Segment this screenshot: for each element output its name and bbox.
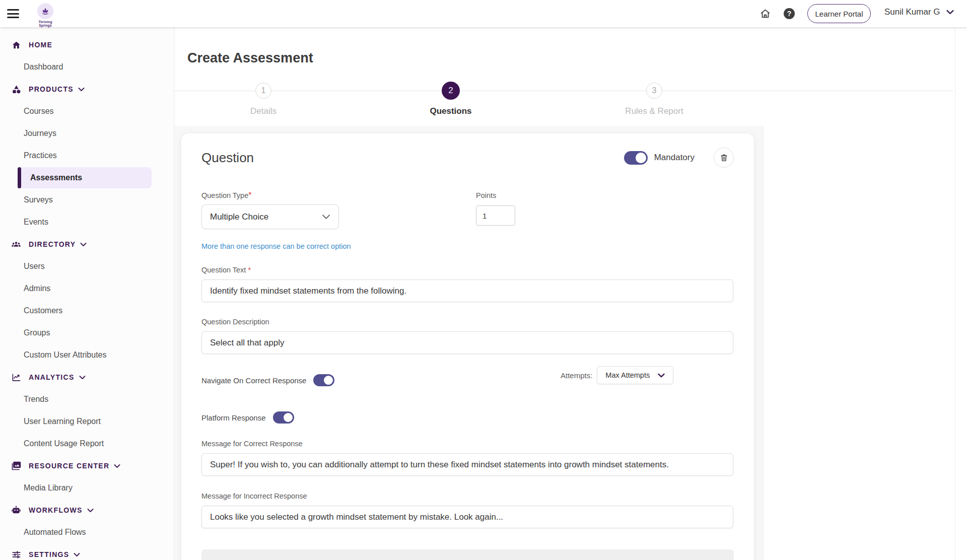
incorrect-message-label: Message for Incorrect Response (201, 492, 307, 500)
sidebar-item-content-usage-report[interactable]: Content Usage Report (0, 433, 174, 455)
mandatory-label: Mandatory (654, 153, 695, 163)
correct-message-input[interactable] (201, 453, 733, 476)
step-3-label[interactable]: Rules & Report (589, 106, 720, 116)
user-menu[interactable]: Sunil Kumar G (884, 7, 954, 17)
sidebar-item-groups[interactable]: Groups (0, 322, 174, 344)
points-label: Points (476, 191, 496, 199)
sidebar-section-settings[interactable]: SETTINGS (0, 543, 174, 560)
sidebar-section-workflows[interactable]: WORKFLOWS (0, 499, 174, 521)
incorrect-message-input[interactable] (201, 506, 733, 528)
points-input[interactable] (476, 205, 515, 226)
step-2-label[interactable]: Questions (385, 106, 516, 116)
sidebar-item-courses[interactable]: Courses (0, 100, 174, 122)
products-icon (11, 84, 21, 94)
sidebar: HOME Dashboard PRODUCTS Courses Journeys… (0, 27, 174, 560)
media-icon (11, 461, 21, 471)
chevron-down-icon (946, 10, 954, 15)
help-icon[interactable]: ? (784, 8, 795, 19)
multi-response-note-link[interactable]: More than one response can be correct op… (201, 242, 351, 250)
navigate-toggle-label: Navigate On Correct Response (201, 376, 306, 385)
attempts-select[interactable]: Max Attempts (597, 366, 673, 384)
directory-icon (11, 239, 21, 249)
house-icon (11, 40, 21, 50)
sidebar-section-home[interactable]: HOME (0, 34, 174, 56)
logo-text: Thriving Springs (33, 20, 57, 27)
trash-icon (720, 153, 728, 162)
question-description-input[interactable] (201, 331, 733, 354)
user-name: Sunil Kumar G (884, 7, 940, 17)
step-2-circle[interactable]: 2 (442, 82, 460, 100)
sidebar-item-admins[interactable]: Admins (0, 277, 174, 300)
screen: Thriving Springs ? Learner Portal Sunil … (0, 0, 967, 560)
chevron-down-icon (87, 508, 94, 513)
home-icon[interactable] (759, 8, 771, 19)
question-card: Question Mandatory Question Type* Multip… (181, 133, 754, 560)
chevron-down-icon (114, 464, 120, 468)
sidebar-item-practices[interactable]: Practices (0, 145, 174, 167)
step-1-label[interactable]: Details (198, 106, 329, 116)
page-title: Create Assessment (187, 50, 313, 66)
navigate-on-correct-toggle[interactable] (313, 374, 334, 386)
lotus-icon (37, 3, 53, 19)
chevron-down-icon (322, 214, 330, 220)
platform-response-toggle[interactable] (273, 411, 294, 424)
delete-question-button[interactable] (714, 148, 734, 168)
mandatory-toggle[interactable] (624, 151, 648, 165)
question-type-select[interactable]: Multiple Choice (201, 204, 339, 229)
correct-message-label: Message for Correct Response (201, 440, 303, 448)
sidebar-item-custom-user-attributes[interactable]: Custom User Attributes (0, 344, 174, 366)
question-text-input[interactable] (201, 279, 733, 302)
question-type-label: Question Type (201, 191, 248, 199)
sidebar-item-trends[interactable]: Trends (0, 388, 174, 410)
sidebar-item-journeys[interactable]: Journeys (0, 122, 174, 145)
step-1-circle[interactable]: 1 (255, 83, 271, 99)
scrollbar-track[interactable] (955, 27, 955, 560)
question-heading: Question (201, 150, 254, 166)
app-logo[interactable]: Thriving Springs (33, 2, 57, 27)
sidebar-item-customers[interactable]: Customers (0, 300, 174, 322)
platform-toggle-label: Platform Response (201, 413, 266, 422)
sidebar-item-dashboard[interactable]: Dashboard (0, 56, 174, 78)
chevron-down-icon (80, 242, 87, 247)
chevron-down-icon (658, 373, 665, 378)
sidebar-item-events[interactable]: Events (0, 211, 174, 233)
chevron-down-icon (74, 552, 80, 557)
sidebar-item-user-learning-report[interactable]: User Learning Report (0, 410, 174, 433)
sidebar-item-automated-flows[interactable]: Automated Flows (0, 521, 174, 543)
chevron-down-icon (78, 87, 85, 92)
options-section-header (201, 549, 734, 560)
sidebar-item-surveys[interactable]: Surveys (0, 189, 174, 211)
sidebar-section-resource-center[interactable]: RESOURCE CENTER (0, 455, 174, 477)
question-description-label: Question Description (201, 318, 269, 326)
learner-portal-button[interactable]: Learner Portal (807, 4, 871, 23)
sidebar-item-media-library[interactable]: Media Library (0, 477, 174, 499)
sidebar-item-users[interactable]: Users (0, 255, 174, 277)
sidebar-item-assessments[interactable]: Assessments (18, 167, 152, 188)
topbar: Thriving Springs ? Learner Portal Sunil … (0, 0, 967, 27)
robot-icon (11, 505, 21, 515)
sliders-icon (11, 549, 21, 559)
attempts-label: Attempts: (561, 371, 592, 380)
step-3-circle[interactable]: 3 (646, 83, 662, 99)
sidebar-section-analytics[interactable]: ANALYTICS (0, 366, 174, 388)
stepper-connector (174, 91, 953, 91)
analytics-icon (11, 372, 21, 382)
sidebar-section-products[interactable]: PRODUCTS (0, 78, 174, 100)
sidebar-section-directory[interactable]: DIRECTORY (0, 233, 174, 255)
hamburger-menu-icon[interactable] (7, 8, 20, 20)
question-text-label: Question Text (201, 266, 246, 274)
chevron-down-icon (79, 375, 86, 380)
active-indicator (18, 167, 21, 188)
